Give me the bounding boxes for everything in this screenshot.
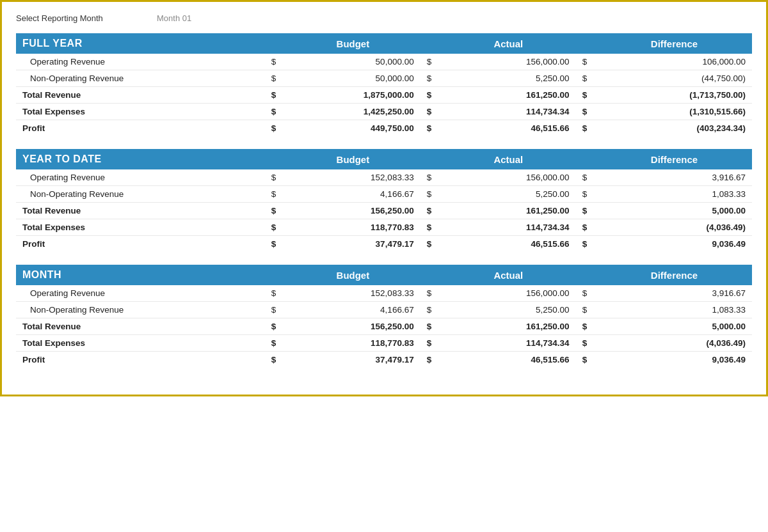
budget-value: 4,166.67 xyxy=(285,186,420,203)
budget-value: 50,000.00 xyxy=(285,70,420,87)
actual-dollar-sign: $ xyxy=(420,70,441,87)
diff-dollar-sign: $ xyxy=(576,352,596,368)
table-row: Total Expenses$1,425,250.00$114,734.34$(… xyxy=(16,104,752,120)
row-label: Operating Revenue xyxy=(16,169,265,186)
actual-sign-header xyxy=(420,149,441,169)
diff-value: (403,234.34) xyxy=(596,120,752,137)
row-label: Non-Operating Revenue xyxy=(16,70,265,87)
table-row: Operating Revenue$152,083.33$156,000.00$… xyxy=(16,169,752,186)
actual-value: 114,734.34 xyxy=(441,335,576,352)
table-row: Total Expenses$118,770.83$114,734.34$(4,… xyxy=(16,219,752,236)
actual-value: 5,250.00 xyxy=(441,302,576,318)
sections-container: FULL YEARBudgetActualDifferenceOperating… xyxy=(16,33,752,368)
diff-dollar-sign: $ xyxy=(576,186,596,203)
row-label: Total Revenue xyxy=(16,203,265,219)
budget-value: 4,166.67 xyxy=(285,302,420,318)
budget-value: 50,000.00 xyxy=(285,54,420,70)
budget-value: 156,250.00 xyxy=(285,203,420,219)
actual-value: 46,515.66 xyxy=(441,352,576,368)
diff-dollar-sign: $ xyxy=(576,104,596,120)
diff-value: 5,000.00 xyxy=(596,203,752,219)
diff-header: Difference xyxy=(596,149,752,169)
diff-value: (1,713,750.00) xyxy=(596,87,752,104)
table-section-title: MONTH xyxy=(16,265,265,285)
actual-dollar-sign: $ xyxy=(420,87,441,104)
budget-dollar-sign: $ xyxy=(265,70,285,87)
diff-value: (44,750.00) xyxy=(596,70,752,87)
diff-value: 106,000.00 xyxy=(596,54,752,70)
row-label: Total Revenue xyxy=(16,87,265,104)
actual-header: Actual xyxy=(441,265,576,285)
budget-dollar-sign: $ xyxy=(265,186,285,203)
diff-dollar-sign: $ xyxy=(576,120,596,137)
row-label: Operating Revenue xyxy=(16,54,265,70)
actual-value: 46,515.66 xyxy=(441,120,576,137)
actual-value: 5,250.00 xyxy=(441,70,576,87)
diff-value: 5,000.00 xyxy=(596,318,752,335)
reporting-month-value: Month 01 xyxy=(157,13,191,23)
budget-dollar-sign: $ xyxy=(265,120,285,137)
table-row: Profit$449,750.00$46,515.66$(403,234.34) xyxy=(16,120,752,137)
diff-dollar-sign: $ xyxy=(576,203,596,219)
table-row: Profit$37,479.17$46,515.66$9,036.49 xyxy=(16,236,752,253)
actual-value: 161,250.00 xyxy=(441,318,576,335)
actual-value: 161,250.00 xyxy=(441,203,576,219)
budget-dollar-sign: $ xyxy=(265,104,285,120)
budget-header: Budget xyxy=(285,149,420,169)
actual-dollar-sign: $ xyxy=(420,120,441,137)
diff-value: 1,083.33 xyxy=(596,302,752,318)
row-label: Total Expenses xyxy=(16,104,265,120)
diff-value: 3,916.67 xyxy=(596,169,752,186)
diff-sign-header xyxy=(576,149,596,169)
budget-dollar-sign: $ xyxy=(265,352,285,368)
budget-dollar-sign: $ xyxy=(265,219,285,236)
actual-value: 46,515.66 xyxy=(441,236,576,253)
table-month: MONTHBudgetActualDifferenceOperating Rev… xyxy=(16,265,752,368)
actual-dollar-sign: $ xyxy=(420,236,441,253)
diff-dollar-sign: $ xyxy=(576,219,596,236)
budget-header: Budget xyxy=(285,265,420,285)
row-label: Profit xyxy=(16,120,265,137)
diff-dollar-sign: $ xyxy=(576,87,596,104)
actual-dollar-sign: $ xyxy=(420,203,441,219)
diff-header: Difference xyxy=(596,33,752,54)
section-full-year: FULL YEARBudgetActualDifferenceOperating… xyxy=(16,33,752,136)
diff-value: 9,036.49 xyxy=(596,352,752,368)
budget-value: 118,770.83 xyxy=(285,219,420,236)
row-label: Profit xyxy=(16,352,265,368)
budget-value: 152,083.33 xyxy=(285,169,420,186)
actual-header: Actual xyxy=(441,33,576,54)
diff-dollar-sign: $ xyxy=(576,335,596,352)
table-row: Operating Revenue$50,000.00$156,000.00$1… xyxy=(16,54,752,70)
budget-dollar-sign: $ xyxy=(265,318,285,335)
actual-dollar-sign: $ xyxy=(420,104,441,120)
table-row: Operating Revenue$152,083.33$156,000.00$… xyxy=(16,285,752,302)
diff-sign-header xyxy=(576,33,596,54)
actual-value: 161,250.00 xyxy=(441,87,576,104)
row-label: Non-Operating Revenue xyxy=(16,302,265,318)
actual-dollar-sign: $ xyxy=(420,54,441,70)
diff-dollar-sign: $ xyxy=(576,54,596,70)
row-label: Total Expenses xyxy=(16,335,265,352)
actual-dollar-sign: $ xyxy=(420,219,441,236)
row-label: Total Expenses xyxy=(16,219,265,236)
table-row: Total Revenue$1,875,000.00$161,250.00$(1… xyxy=(16,87,752,104)
budget-sign-header xyxy=(265,149,285,169)
table-section-title: YEAR TO DATE xyxy=(16,149,265,169)
actual-dollar-sign: $ xyxy=(420,318,441,335)
budget-dollar-sign: $ xyxy=(265,203,285,219)
actual-dollar-sign: $ xyxy=(420,352,441,368)
table-section-title: FULL YEAR xyxy=(16,33,265,54)
reporting-month-row: Select Reporting Month Month 01 xyxy=(16,13,752,23)
diff-header: Difference xyxy=(596,265,752,285)
row-label: Total Revenue xyxy=(16,318,265,335)
table-row: Non-Operating Revenue$4,166.67$5,250.00$… xyxy=(16,186,752,203)
budget-sign-header xyxy=(265,265,285,285)
diff-value: (4,036.49) xyxy=(596,335,752,352)
page-container: Select Reporting Month Month 01 FULL YEA… xyxy=(2,2,766,395)
actual-value: 156,000.00 xyxy=(441,54,576,70)
table-row: Total Expenses$118,770.83$114,734.34$(4,… xyxy=(16,335,752,352)
budget-dollar-sign: $ xyxy=(265,285,285,302)
diff-dollar-sign: $ xyxy=(576,302,596,318)
actual-value: 5,250.00 xyxy=(441,186,576,203)
